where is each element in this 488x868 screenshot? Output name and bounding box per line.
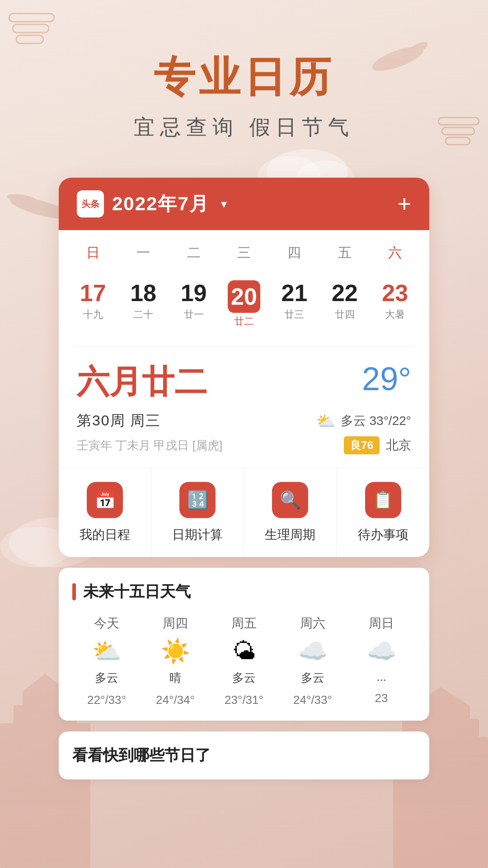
forecast-day: 今天 — [94, 615, 119, 632]
holiday-section: 看看快到哪些节日了 — [59, 731, 429, 779]
quick-label-1: 日期计算 — [172, 526, 223, 543]
forecast-condition: ... — [376, 670, 386, 684]
forecast-day: 周日 — [369, 615, 394, 632]
forecast-temp: 23 — [375, 691, 388, 705]
forecast-weather-icon: 🌤 — [232, 639, 256, 663]
date-sub: 廿四 — [335, 308, 355, 321]
day-header-5: 五 — [319, 239, 370, 267]
aqi-badge: 良76 — [344, 436, 380, 454]
forecast-condition: 晴 — [169, 670, 181, 686]
week-info: 第30周 周三 — [77, 411, 161, 431]
quick-item-3[interactable]: 📋待办事项 — [337, 468, 429, 557]
date-sub: 大暑 — [385, 308, 405, 321]
add-event-button[interactable]: + — [398, 192, 411, 216]
date-num: 17 — [80, 280, 106, 306]
location-text: 北京 — [386, 437, 411, 454]
quick-icon-3: 📋 — [365, 482, 401, 518]
date-num: 18 — [130, 280, 156, 306]
day-header-0: 日 — [68, 239, 118, 267]
date-sub: 二十 — [133, 308, 153, 321]
calendar-header: 头条 2022年7月 ▾ + — [59, 178, 429, 230]
forecast-item-3: 周六☁️多云24°/33° — [278, 615, 347, 707]
forecast-day: 周五 — [231, 615, 257, 632]
hero-title: 专业日历 — [0, 54, 488, 100]
aqi-location: 良76 北京 — [344, 436, 411, 454]
date-num: 20 — [228, 280, 260, 313]
day-header-3: 三 — [219, 239, 269, 267]
section-title-bar — [72, 583, 76, 600]
date-num: 23 — [382, 280, 408, 306]
quick-icon-2: 🔍 — [272, 482, 308, 518]
temperature: 29° — [362, 360, 411, 397]
date-sub: 十九 — [83, 308, 103, 321]
lunar-date: 六月廿二 — [77, 360, 207, 404]
forecast-day: 周六 — [300, 615, 325, 632]
date-sub: 廿二 — [234, 315, 254, 328]
day-headers: 日一二三四五六 — [59, 230, 429, 271]
date-cell-22[interactable]: 22廿四 — [319, 276, 370, 333]
weather-section: 未来十五日天气 今天⛅多云22°/33°周四☀️晴24°/34°周五🌤多云23°… — [59, 568, 429, 721]
quick-label-3: 待办事项 — [358, 526, 408, 543]
ganzhi-text: 壬寅年 丁未月 甲戌日 [属虎] — [77, 438, 222, 453]
date-cell-19[interactable]: 19廿一 — [169, 276, 219, 333]
weather-info: ⛅ 多云 33°/22° — [316, 412, 411, 430]
forecast-day: 周四 — [163, 615, 188, 632]
forecast-temp: 24°/34° — [156, 693, 195, 707]
date-cell-18[interactable]: 18二十 — [118, 276, 168, 333]
forecast-item-1: 周四☀️晴24°/34° — [141, 615, 210, 707]
weather-text: 多云 33°/22° — [341, 412, 411, 429]
quick-item-1[interactable]: 🔢日期计算 — [151, 468, 244, 557]
app-logo: 头条 — [77, 190, 104, 217]
date-info-top: 六月廿二 29° — [77, 360, 411, 404]
holiday-title: 看看快到哪些节日了 — [72, 745, 416, 766]
hero-section: 专业日历 宜忌查询 假日节气 — [0, 0, 488, 164]
forecast-row: 今天⛅多云22°/33°周四☀️晴24°/34°周五🌤多云23°/31°周六☁️… — [72, 615, 416, 707]
date-cell-17[interactable]: 17十九 — [68, 276, 118, 333]
dates-row: 17十九18二十19廿一20廿二21廿三22廿四23大暑 — [59, 271, 429, 346]
weather-section-title: 未来十五日天气 — [72, 581, 416, 602]
date-sub: 廿三 — [284, 308, 304, 321]
forecast-temp: 22°/33° — [87, 693, 126, 707]
forecast-temp: 23°/31° — [225, 693, 263, 707]
date-info-bot: 壬寅年 丁未月 甲戌日 [属虎] 良76 北京 — [77, 436, 411, 454]
date-cell-21[interactable]: 21廿三 — [269, 276, 319, 333]
forecast-item-0: 今天⛅多云22°/33° — [72, 615, 141, 707]
forecast-condition: 多云 — [232, 670, 256, 686]
dropdown-arrow-icon[interactable]: ▾ — [221, 197, 227, 211]
date-sub: 廿一 — [184, 308, 204, 321]
forecast-temp: 24°/33° — [293, 693, 332, 707]
day-header-4: 四 — [269, 239, 319, 267]
date-cell-23[interactable]: 23大暑 — [370, 276, 420, 333]
weather-icon: ⛅ — [316, 412, 335, 430]
month-title[interactable]: 2022年7月 — [112, 191, 209, 217]
day-header-6: 六 — [370, 239, 420, 267]
forecast-weather-icon: ☁️ — [367, 639, 396, 663]
date-num: 19 — [181, 280, 207, 306]
calendar-card: 头条 2022年7月 ▾ + 日一二三四五六 17十九18二十19廿一20廿二2… — [59, 178, 429, 557]
calendar-header-left: 头条 2022年7月 ▾ — [77, 190, 227, 217]
hero-subtitle: 宜忌查询 假日节气 — [0, 113, 488, 142]
forecast-item-2: 周五🌤多云23°/31° — [210, 615, 278, 707]
quick-label-0: 我的日程 — [80, 526, 130, 543]
quick-icon-0: 📅 — [87, 482, 123, 518]
quick-icon-1: 🔢 — [179, 482, 216, 518]
quick-item-0[interactable]: 📅我的日程 — [59, 468, 151, 557]
quick-label-2: 生理周期 — [265, 526, 315, 543]
date-info: 六月廿二 29° 第30周 周三 ⛅ 多云 33°/22° 壬寅年 丁未月 甲戌… — [59, 347, 429, 468]
forecast-weather-icon: ⛅ — [92, 639, 122, 663]
forecast-condition: 多云 — [301, 670, 324, 686]
date-cell-20[interactable]: 20廿二 — [219, 276, 269, 333]
date-num: 22 — [332, 280, 358, 306]
day-header-1: 一 — [118, 239, 168, 267]
forecast-item-4: 周日☁️...23 — [347, 615, 416, 707]
forecast-weather-icon: ☁️ — [298, 639, 328, 663]
date-num: 21 — [282, 280, 308, 306]
day-header-2: 二 — [169, 239, 219, 267]
quick-item-2[interactable]: 🔍生理周期 — [244, 468, 337, 557]
date-info-mid: 第30周 周三 ⛅ 多云 33°/22° — [77, 411, 411, 431]
forecast-condition: 多云 — [95, 670, 118, 686]
quick-grid: 📅我的日程🔢日期计算🔍生理周期📋待办事项 — [59, 468, 429, 557]
forecast-weather-icon: ☀️ — [161, 639, 190, 663]
